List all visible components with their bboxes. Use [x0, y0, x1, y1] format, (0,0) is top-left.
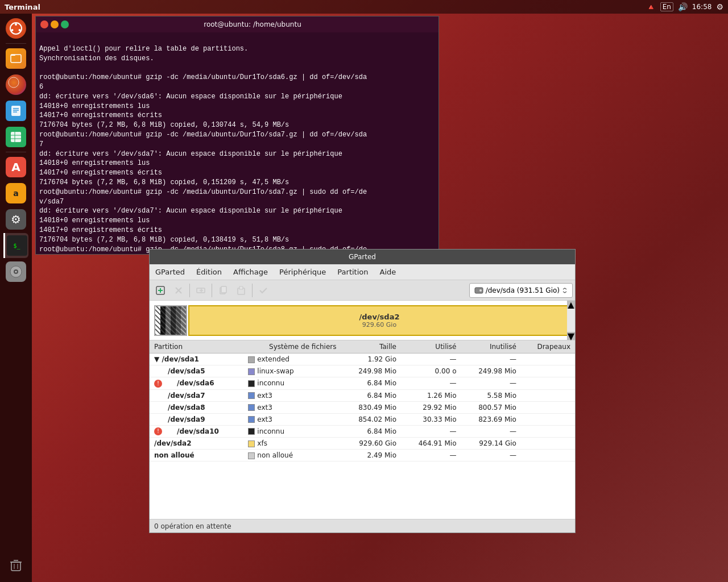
- partition-size: 1.92 Gio: [341, 354, 401, 365]
- partition-used: 30.33 Mio: [401, 413, 461, 425]
- sidebar-item-spreadsheet[interactable]: [3, 124, 28, 149]
- new-icon: [155, 285, 166, 296]
- trash-icon: [8, 557, 24, 573]
- taskbar: Terminal 🔺 En 🔊 16:58 ⚙: [0, 0, 728, 14]
- toolbar-paste-button[interactable]: [233, 282, 250, 298]
- partition-unused: 800.57 Mio: [461, 401, 520, 413]
- menu-affichage[interactable]: Affichage: [228, 264, 274, 280]
- toolbar-apply-button[interactable]: [255, 282, 272, 298]
- menu-edition[interactable]: Édition: [191, 264, 228, 280]
- table-row[interactable]: /dev/sda5linux-swap249.98 Mio0.00 o249.9…: [150, 365, 575, 377]
- partition-flags: [521, 401, 575, 413]
- terminal-titlebar: root@ubuntu: /home/ubuntu: [36, 16, 439, 32]
- paste-icon: [236, 285, 246, 296]
- terminal-maximize-button[interactable]: [61, 20, 69, 28]
- svg-point-6: [9, 77, 19, 88]
- sidebar-item-settings[interactable]: ⚙: [3, 207, 28, 232]
- gparted-titlebar: GParted: [150, 250, 575, 264]
- network-icon[interactable]: 🔺: [646, 2, 656, 11]
- sidebar-item-browser[interactable]: [3, 72, 28, 97]
- table-row[interactable]: !/dev/sda10inconnu6.84 Mio——: [150, 425, 575, 438]
- sidebar-item-ubuntu[interactable]: [3, 16, 28, 41]
- sidebar-item-appstore[interactable]: A: [3, 155, 28, 180]
- disk-visual-size: 929.60 Gio: [362, 321, 396, 329]
- partition-size: 6.84 Mio: [341, 389, 401, 401]
- lang-indicator[interactable]: En: [660, 2, 673, 11]
- svg-point-3: [19, 29, 21, 31]
- partition-unused: —: [461, 377, 520, 390]
- terminal-window-title: root@ubuntu: /home/ubuntu: [71, 20, 434, 28]
- svg-rect-33: [239, 286, 243, 289]
- xfs-partition-visual: /dev/sda2 929.60 Gio: [188, 305, 570, 336]
- power-icon[interactable]: ⚙: [716, 2, 723, 11]
- volume-icon[interactable]: 🔊: [678, 2, 688, 11]
- appstore-icon: A: [6, 157, 26, 177]
- menu-partition[interactable]: Partition: [332, 264, 374, 280]
- table-row[interactable]: /dev/sda8ext3830.49 Mio29.92 Mio800.57 M…: [150, 401, 575, 413]
- sidebar-item-disk[interactable]: [3, 259, 28, 284]
- partition-unused: —: [461, 354, 520, 365]
- table-row[interactable]: ▼ /dev/sda1extended1.92 Gio——: [150, 354, 575, 365]
- disk-svg: [9, 265, 23, 278]
- partition-flags: [521, 389, 575, 401]
- settings-icon: ⚙: [6, 209, 26, 230]
- sidebar-item-terminal[interactable]: $_: [3, 233, 28, 258]
- fs-label: xfs: [257, 439, 267, 447]
- partition-used: 464.91 Mio: [401, 438, 461, 450]
- partition-used: —: [401, 377, 461, 390]
- sidebar-item-amazon[interactable]: a: [3, 181, 28, 206]
- svg-point-35: [479, 289, 482, 292]
- clock: 16:58: [692, 3, 712, 11]
- toolbar-separator-1: [189, 284, 190, 297]
- fs-color-box: [248, 440, 255, 447]
- fs-color-box: [248, 428, 255, 435]
- spreadsheet-icon: [6, 127, 26, 147]
- partition-size: 2.49 Mio: [341, 450, 401, 462]
- toolbar-delete-button[interactable]: [170, 282, 187, 298]
- partition-size: 6.84 Mio: [341, 377, 401, 390]
- table-row[interactable]: /dev/sda9ext3854.02 Mio30.33 Mio823.69 M…: [150, 413, 575, 425]
- browser-svg: [6, 74, 22, 90]
- copy-icon: [218, 285, 228, 296]
- table-row[interactable]: /dev/sda7ext36.84 Mio1.26 Mio5.58 Mio: [150, 389, 575, 401]
- sidebar-item-texteditor[interactable]: [3, 98, 28, 123]
- toolbar-new-button[interactable]: [152, 282, 169, 298]
- menu-gparted[interactable]: GParted: [150, 264, 191, 280]
- partition-size: 249.98 Mio: [341, 365, 401, 377]
- partition-name: non alloué: [154, 451, 195, 459]
- sidebar-item-trash[interactable]: [3, 552, 28, 577]
- toolbar-resize-button[interactable]: [192, 282, 209, 298]
- svg-point-1: [15, 23, 17, 26]
- terminal-close-button[interactable]: [40, 20, 48, 28]
- partition-size: 6.84 Mio: [341, 425, 401, 438]
- partition-used: —: [401, 450, 461, 462]
- svg-point-17: [15, 271, 17, 273]
- table-row[interactable]: non allouénon alloué2.49 Mio——: [150, 450, 575, 462]
- svg-rect-18: [11, 562, 20, 571]
- svg-rect-7: [11, 106, 20, 116]
- menu-aide[interactable]: Aide: [374, 264, 402, 280]
- partition-used: 1.26 Mio: [401, 389, 461, 401]
- terminal-content[interactable]: Appel d'ioctl() pour relire la table de …: [36, 32, 439, 254]
- scrollbar-up[interactable]: ▲: [567, 301, 575, 309]
- fs-label: non alloué: [257, 451, 293, 459]
- partition-flags: [521, 425, 575, 438]
- menu-peripherique[interactable]: Périphérique: [274, 264, 332, 280]
- partition-used: —: [401, 425, 461, 438]
- partition-flags: [521, 377, 575, 390]
- partition-flags: [521, 450, 575, 462]
- terminal-minimize-button[interactable]: [51, 20, 59, 28]
- scrollbar-down[interactable]: ▼: [567, 332, 575, 340]
- table-row[interactable]: !/dev/sda6inconnu6.84 Mio——: [150, 377, 575, 390]
- partition-name: /dev/sda10: [163, 427, 219, 435]
- toolbar-copy-button[interactable]: [214, 282, 231, 298]
- partition-used: —: [401, 354, 461, 365]
- table-row[interactable]: /dev/sda2xfs929.60 Gio464.91 Mio929.14 G…: [150, 438, 575, 450]
- col-size: Taille: [341, 340, 401, 354]
- partition-size: 854.02 Mio: [341, 413, 401, 425]
- fs-color-box: [248, 416, 255, 423]
- device-selector[interactable]: /dev/sda (931.51 Gio): [469, 283, 573, 298]
- sidebar-item-files[interactable]: [3, 46, 28, 71]
- disk-visual-scrollbar[interactable]: ▲ ▼: [567, 301, 575, 340]
- disk-icon: [6, 261, 26, 282]
